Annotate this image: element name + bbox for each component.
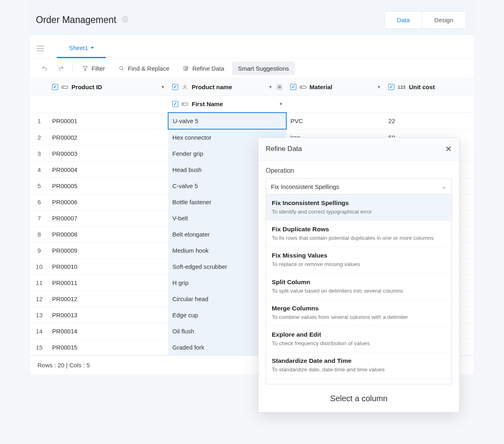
cell-product-id[interactable]: PR00004 — [48, 162, 168, 178]
svg-rect-5 — [62, 86, 68, 88]
cell-product-id[interactable]: PR00005 — [48, 178, 168, 194]
sheet-tab-label: Sheet1 — [69, 44, 88, 51]
column-label: First Name — [192, 101, 276, 107]
checkbox-icon[interactable] — [290, 84, 296, 90]
row-number: 11 — [30, 275, 48, 291]
cell-product-id[interactable]: PR00010 — [48, 259, 168, 275]
operation-option[interactable]: Split ColumnTo split value based on deli… — [266, 274, 452, 300]
panel-footer: Select a column — [258, 387, 459, 412]
refine-data-panel: Refine Data ✕ Operation Fix Inconsistent… — [258, 137, 460, 413]
column-label: Product name — [192, 84, 266, 90]
operation-option[interactable]: Merge ColumnsTo combine values from seve… — [266, 300, 452, 326]
view-toggle: Data Design — [385, 11, 466, 29]
tab-data[interactable]: Data — [385, 12, 422, 28]
row-number: 9 — [30, 243, 48, 259]
cell-product-id[interactable]: PR00001 — [48, 113, 168, 129]
svg-point-9 — [301, 86, 302, 87]
cell-material[interactable]: PVC — [286, 113, 385, 129]
column-header-product-id[interactable]: Product ID ▾ — [48, 79, 168, 95]
chevron-down-icon — [91, 47, 94, 49]
checkbox-icon[interactable] — [52, 84, 58, 90]
operation-option[interactable]: Fix Duplicate RowsTo fix rows that conta… — [266, 221, 452, 247]
operation-options-list: Fix Inconsistent SpellingsTo identify an… — [266, 195, 452, 384]
refine-data-button[interactable]: Refine Data — [177, 62, 230, 75]
gear-icon[interactable] — [122, 16, 128, 24]
column-label: Unit cost — [409, 84, 470, 90]
operation-option[interactable]: Standardize Phone NumbersTo add internat… — [266, 379, 452, 384]
column-header-product-name[interactable]: Product name ▾ ⊞ — [168, 79, 286, 95]
find-replace-label: Find & Replace — [128, 65, 169, 72]
operation-option[interactable]: Fix Missing ValuesTo replace or remove m… — [266, 247, 452, 273]
undo-button[interactable] — [37, 62, 52, 75]
smart-suggestions-button[interactable]: Smart Suggestions — [232, 62, 295, 75]
row-number: 15 — [30, 339, 48, 356]
svg-point-7 — [184, 85, 186, 87]
option-title: Explore and Edit — [272, 331, 446, 338]
person-icon — [181, 84, 188, 90]
close-icon[interactable]: ✕ — [445, 144, 452, 154]
cell-product-id[interactable]: PR00002 — [48, 129, 168, 146]
column-label: Material — [310, 84, 375, 90]
option-description: To check frequency distribution of value… — [272, 340, 446, 347]
option-description: To standardize date, date-time and time … — [272, 366, 446, 373]
cell-product-name[interactable]: U-valve 5 — [168, 113, 286, 129]
cell-product-id[interactable]: PR00008 — [48, 226, 168, 243]
chevron-down-icon[interactable]: ▾ — [269, 84, 272, 90]
operation-option[interactable]: Fix Inconsistent SpellingsTo identify an… — [266, 195, 452, 221]
operation-option[interactable]: Explore and EditTo check frequency distr… — [266, 326, 452, 352]
svg-point-2 — [120, 67, 123, 70]
operation-select[interactable]: Fix Inconsistent Spellings ⌄ — [266, 178, 452, 195]
svg-marker-1 — [83, 67, 87, 71]
option-title: Merge Columns — [272, 305, 446, 312]
sub-column-header-first-name[interactable]: First Name ▾ — [168, 96, 286, 112]
column-header-material[interactable]: Material ▾ — [286, 79, 385, 95]
row-number: 3 — [30, 146, 48, 162]
table-row[interactable]: 1PR00001U-valve 5PVC22 — [30, 113, 474, 129]
expand-icon[interactable]: ⊞ — [277, 84, 282, 90]
cell-product-id[interactable]: PR00014 — [48, 323, 168, 339]
row-number: 7 — [30, 210, 48, 226]
column-label: Product ID — [71, 84, 158, 90]
svg-point-0 — [124, 19, 126, 20]
cell-product-id[interactable]: PR00013 — [48, 307, 168, 323]
cell-product-id[interactable]: PR00012 — [48, 291, 168, 307]
row-number: 2 — [30, 129, 48, 146]
column-header-unit-cost[interactable]: 123 Unit cost — [384, 79, 474, 95]
operation-option[interactable]: Standardize Date and TimeTo standardize … — [266, 352, 452, 379]
svg-rect-10 — [182, 103, 188, 105]
option-title: Standardize Date and Time — [272, 357, 446, 364]
row-number: 12 — [30, 291, 48, 307]
hamburger-icon[interactable] — [33, 42, 47, 54]
cell-product-id[interactable]: PR00015 — [48, 339, 168, 356]
row-number: 1 — [30, 113, 48, 129]
cell-product-id[interactable]: PR00003 — [48, 146, 168, 162]
chevron-down-icon[interactable]: ▾ — [378, 84, 380, 90]
redo-button[interactable] — [54, 62, 68, 75]
cell-product-id[interactable]: PR00011 — [48, 275, 168, 291]
row-number: 6 — [30, 194, 48, 210]
chevron-down-icon[interactable]: ▾ — [280, 101, 282, 107]
find-replace-button[interactable]: Find & Replace — [113, 62, 175, 75]
filter-button[interactable]: Filter — [77, 62, 110, 75]
option-description: To combine values from several columns w… — [272, 314, 446, 321]
checkbox-icon[interactable] — [388, 84, 394, 90]
filter-label: Filter — [92, 65, 105, 72]
operation-selected-value: Fix Inconsistent Spellings — [271, 183, 339, 190]
row-number: 5 — [30, 178, 48, 194]
toolbar-divider — [72, 64, 73, 73]
checkbox-icon[interactable] — [172, 84, 178, 90]
row-number: 8 — [30, 226, 48, 243]
row-number: 13 — [30, 307, 48, 323]
row-number: 14 — [30, 323, 48, 339]
smart-suggestions-label: Smart Suggestions — [238, 65, 289, 72]
option-description: To replace or remove missing values — [272, 261, 446, 268]
cell-product-id[interactable]: PR00006 — [48, 194, 168, 210]
chevron-down-icon[interactable]: ▾ — [162, 84, 164, 90]
cell-product-id[interactable]: PR00009 — [48, 243, 168, 259]
cell-product-id[interactable]: PR00007 — [48, 210, 168, 226]
tab-design[interactable]: Design — [422, 12, 465, 28]
sheet-tab[interactable]: Sheet1 — [57, 39, 106, 58]
cell-unit-cost[interactable]: 22 — [384, 113, 474, 129]
option-title: Fix Missing Values — [272, 252, 446, 259]
checkbox-icon[interactable] — [172, 101, 178, 107]
